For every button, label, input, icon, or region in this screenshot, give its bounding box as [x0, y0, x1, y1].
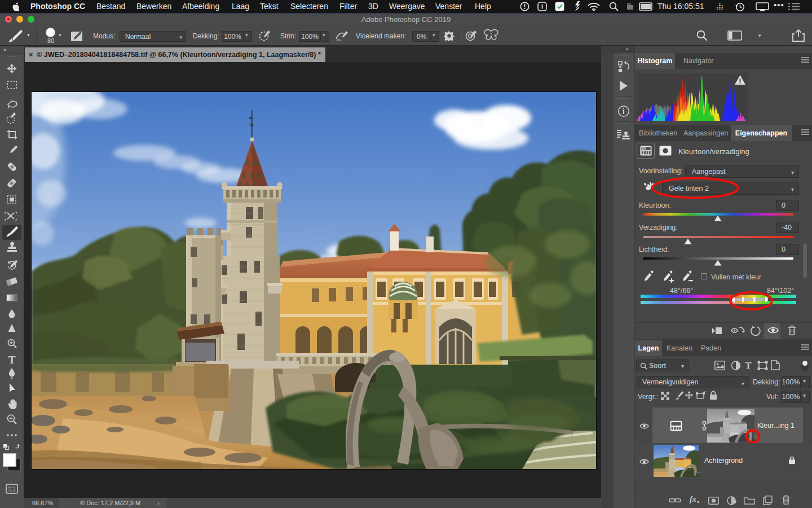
svg-text:»: » — [3, 47, 6, 52]
svg-text:T: T — [745, 360, 752, 370]
svg-text:T: T — [8, 354, 16, 366]
